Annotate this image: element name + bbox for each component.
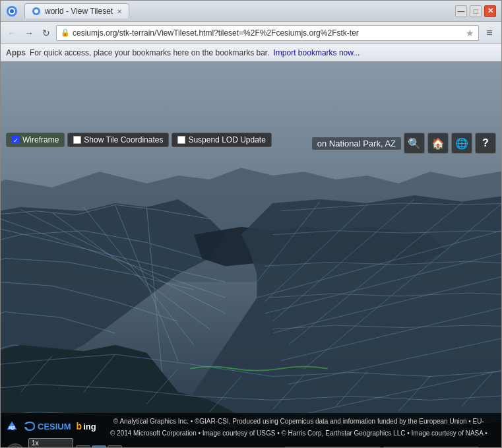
show-tile-coordinates-button[interactable]: Show Tile Coordinates [67, 133, 169, 147]
search-button[interactable]: 🔍 [404, 133, 425, 154]
playback-bar: 1x Apr 28 2014 14:43:20 UTC ◀ ▶ ▶▶ [6, 438, 496, 447]
home-button[interactable]: 🏠 [427, 133, 449, 154]
url-text: cesiumjs.org/stk-terrain/ViewTileset.htm… [73, 28, 359, 38]
bookmark-star-icon[interactable]: ★ [466, 28, 474, 38]
clock-icon [6, 443, 24, 447]
terrain-canvas [1, 61, 501, 447]
forward-button[interactable]: → [22, 26, 36, 40]
tab-favicon [32, 7, 41, 16]
location-text: on National Park, AZ [312, 137, 401, 150]
suspend-lod-label: Suspend LOD Update [188, 135, 265, 144]
close-button[interactable]: ✕ [484, 5, 496, 17]
bookmarks-hint: For quick access, place your bookmarks h… [30, 48, 270, 57]
time-displays: Apr 29 2014 00:00:00 UTC Apr 29 2014 12:… [284, 446, 496, 447]
browser-window: world - View Tileset ✕ — □ ✕ ← → ↻ 🔒 ces… [0, 0, 502, 448]
cesium-logo-icon [23, 420, 36, 432]
credits-line1: © Analytical Graphics Inc. • ©GIAR-CSI, … [102, 414, 496, 426]
lock-icon: 🔒 [61, 28, 70, 37]
speed-indicator: 1x [28, 438, 73, 447]
wireframe-label: Wireframe [22, 135, 59, 144]
agi-logo-icon: agi [6, 420, 18, 432]
home-icon: 🏠 [431, 137, 445, 150]
suspend-lod-button[interactable]: Suspend LOD Update [172, 133, 271, 147]
show-tile-coords-label: Show Tile Coordinates [84, 135, 163, 144]
svg-text:agi: agi [9, 425, 15, 430]
fullscreen-button[interactable]: ⛶ [482, 446, 496, 447]
svg-point-2 [10, 9, 14, 13]
tab-close-button[interactable]: ✕ [117, 8, 122, 15]
show-tile-coords-checkbox[interactable] [73, 136, 81, 144]
browser-icon [6, 5, 18, 17]
credits-line2: © 2014 Microsoft Corporation • Image cou… [102, 426, 496, 438]
back-button[interactable]: ← [5, 26, 19, 40]
maximize-button[interactable]: □ [470, 5, 482, 17]
wireframe-checkbox[interactable] [12, 136, 20, 144]
titlebar: world - View Tileset ✕ — □ ✕ [1, 1, 501, 22]
cesium-toolbar: Wireframe Show Tile Coordinates Suspend … [6, 133, 272, 147]
bottom-bar: agi CESIUM bing © Analytical Graphics In… [1, 413, 501, 447]
start-time-display: Apr 29 2014 00:00:00 UTC [284, 447, 380, 447]
bookmarks-bar: Apps For quick access, place your bookma… [1, 44, 501, 61]
clock-info: 1x Apr 28 2014 14:43:20 UTC [28, 438, 73, 447]
clock-face [8, 445, 22, 447]
svg-point-109 [9, 446, 22, 447]
svg-point-4 [34, 9, 38, 13]
rewind-button[interactable]: ◀ [76, 445, 90, 447]
help-button[interactable]: ? [475, 133, 496, 154]
end-time-display: Apr 29 2014 12:00:00 UTC [383, 447, 479, 447]
agi-logo: agi [6, 420, 18, 432]
reload-button[interactable]: ↻ [39, 26, 53, 40]
addressbar: ← → ↻ 🔒 cesiumjs.org/stk-terrain/ViewTil… [1, 22, 501, 44]
clock-widget: 1x Apr 28 2014 14:43:20 UTC [6, 438, 73, 447]
suspend-lod-checkbox[interactable] [177, 136, 185, 144]
globe-button[interactable]: 🌐 [451, 133, 472, 154]
import-bookmarks-link[interactable]: Import bookmarks now... [274, 48, 360, 57]
search-icon: 🔍 [408, 137, 421, 150]
playback-controls: ◀ ▶ ▶▶ [76, 445, 122, 447]
tab-title: world - View Tileset [45, 7, 113, 16]
logos: agi CESIUM bing [6, 420, 96, 432]
bing-logo: bing [77, 421, 96, 432]
cesium-viewer: Wireframe Show Tile Coordinates Suspend … [1, 61, 501, 447]
cesium-top-right-controls: on National Park, AZ 🔍 🏠 🌐 ? [312, 133, 496, 154]
address-field[interactable]: 🔒 cesiumjs.org/stk-terrain/ViewTileset.h… [56, 25, 479, 41]
play-button[interactable]: ▶ [92, 445, 106, 447]
fast-forward-button[interactable]: ▶▶ [108, 445, 122, 447]
chrome-menu-button[interactable]: ≡ [482, 26, 497, 40]
help-icon: ? [482, 137, 489, 149]
minimize-button[interactable]: — [455, 5, 467, 17]
wireframe-button[interactable]: Wireframe [6, 133, 65, 147]
cesium-logo: CESIUM [23, 420, 71, 432]
window-controls: — □ ✕ [455, 5, 496, 17]
apps-button[interactable]: Apps [6, 48, 26, 57]
active-tab[interactable]: world - View Tileset ✕ [24, 3, 129, 18]
globe-icon: 🌐 [455, 137, 468, 150]
